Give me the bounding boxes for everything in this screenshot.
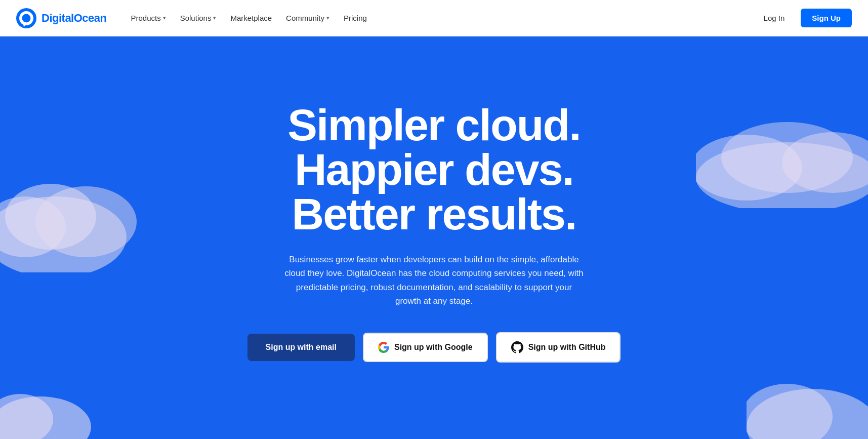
svg-point-6 (35, 186, 137, 257)
svg-point-12 (0, 396, 91, 439)
svg-point-9 (696, 135, 802, 201)
signup-email-button[interactable]: Sign up with email (247, 334, 355, 361)
nav-products[interactable]: Products ▾ (125, 10, 172, 26)
svg-rect-1 (24, 22, 27, 24)
hero-section: Simpler cloud. Happier devs. Better resu… (0, 36, 868, 439)
cloud-bottom-right (747, 356, 868, 439)
cloud-right (696, 117, 868, 210)
github-icon (511, 341, 523, 353)
svg-point-13 (0, 394, 53, 439)
svg-rect-2 (24, 24, 26, 26)
hero-subtext: Businesses grow faster when developers c… (282, 253, 586, 308)
chevron-down-icon: ▾ (326, 15, 329, 21)
svg-point-14 (747, 389, 868, 439)
signup-github-button[interactable]: Sign up with GitHub (496, 332, 621, 363)
logo-text: DigitalOcean (42, 12, 106, 25)
svg-point-5 (0, 196, 66, 257)
login-button[interactable]: Log In (756, 10, 793, 26)
svg-point-7 (5, 184, 96, 250)
google-icon (378, 342, 389, 353)
signup-google-button[interactable]: Sign up with Google (363, 333, 488, 362)
svg-point-11 (721, 122, 853, 193)
svg-point-10 (782, 132, 868, 193)
svg-point-15 (747, 384, 833, 439)
hero-buttons: Sign up with email Sign up with Google S… (247, 332, 621, 363)
nav-left: DigitalOcean Products ▾ Solutions ▾ Mark… (16, 8, 373, 28)
do-logo-icon (16, 8, 36, 28)
nav-right: Log In Sign Up (756, 9, 852, 27)
cloud-left (0, 161, 142, 274)
signup-button[interactable]: Sign Up (801, 9, 852, 27)
navbar: DigitalOcean Products ▾ Solutions ▾ Mark… (0, 0, 868, 36)
logo-link[interactable]: DigitalOcean (16, 8, 106, 28)
svg-point-8 (696, 142, 868, 208)
nav-links: Products ▾ Solutions ▾ Marketplace Commu… (125, 10, 373, 26)
nav-marketplace[interactable]: Marketplace (224, 10, 278, 26)
chevron-down-icon: ▾ (163, 15, 166, 21)
hero-content: Simpler cloud. Happier devs. Better resu… (247, 103, 621, 363)
cloud-bottom-left (0, 371, 91, 439)
chevron-down-icon: ▾ (213, 15, 216, 21)
svg-point-4 (0, 196, 127, 272)
nav-community[interactable]: Community ▾ (280, 10, 336, 26)
hero-heading: Simpler cloud. Happier devs. Better resu… (247, 103, 621, 236)
svg-rect-3 (22, 22, 24, 24)
nav-pricing[interactable]: Pricing (338, 10, 373, 26)
nav-solutions[interactable]: Solutions ▾ (174, 10, 223, 26)
